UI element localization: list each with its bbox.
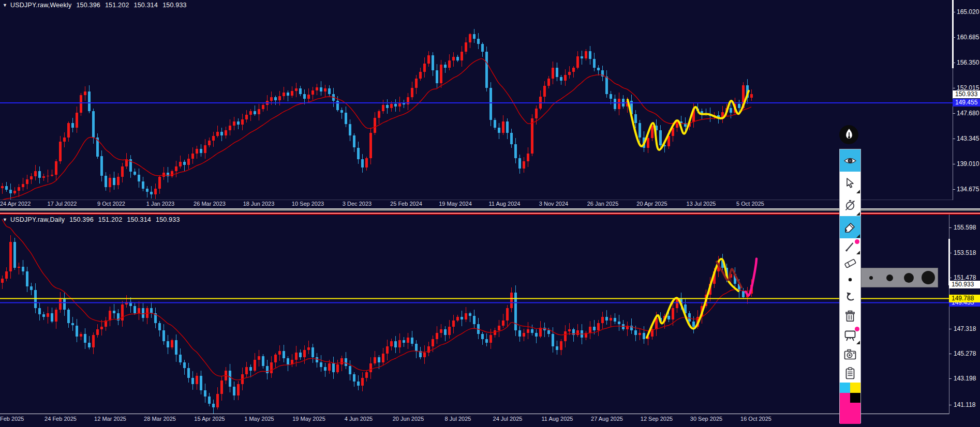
eraser-icon xyxy=(843,257,857,269)
time-axis-label: 16 Oct 2025 xyxy=(740,416,771,422)
toolbar-draw-line-button[interactable] xyxy=(840,238,860,255)
price-tick-mark xyxy=(949,329,952,329)
ohlc-open: 150.396 xyxy=(69,216,94,223)
toolbar-screenshot-button[interactable] xyxy=(840,345,860,364)
time-axis-label: 12 Sep 2025 xyxy=(641,416,673,422)
toolbar-visibility-button[interactable] xyxy=(840,149,860,172)
time-axis-label: 9 Oct 2022 xyxy=(97,201,125,207)
time-axis-label: 5 Oct 2025 xyxy=(736,201,764,207)
toolbar-undo-button[interactable] xyxy=(840,288,860,307)
thickness-option-2[interactable] xyxy=(880,274,899,281)
active-color-swatch[interactable] xyxy=(840,403,860,424)
time-axis-label: 4 Jun 2025 xyxy=(345,416,373,422)
daily-candlestick-plot[interactable] xyxy=(0,215,949,414)
toolbar-delete-button[interactable] xyxy=(840,307,860,326)
weekly-time-axis[interactable]: 24 Apr 202217 Jul 20229 Oct 20221 Jan 20… xyxy=(0,200,953,208)
price-tick-mark xyxy=(953,139,955,139)
collapse-triangle-icon[interactable]: ▼ xyxy=(3,3,7,8)
time-axis-label: 20 Apr 2025 xyxy=(636,201,667,207)
color-swatch-black[interactable] xyxy=(850,393,860,403)
ohlc-open: 150.396 xyxy=(76,2,100,9)
pencil-tag-icon xyxy=(844,221,856,234)
toolbar-board-button[interactable] xyxy=(840,326,860,345)
undo-arrow-icon xyxy=(844,292,856,303)
daily-price-axis[interactable]: 155.598153.518151.478147.318145.278143.1… xyxy=(949,215,980,423)
price-tick-mark xyxy=(949,405,952,405)
time-axis-label: 26 Jan 2025 xyxy=(587,201,619,207)
color-swatch-yellow[interactable] xyxy=(850,383,860,393)
submenu-wedge-icon xyxy=(856,234,860,238)
eye-icon xyxy=(843,156,857,166)
dot-icon xyxy=(847,277,853,283)
time-axis-label: 17 Jul 2022 xyxy=(48,201,77,207)
weekly-price-axis[interactable]: 165.020160.685156.350152.015147.680143.3… xyxy=(953,0,980,209)
ohlc-low: 150.314 xyxy=(127,216,151,223)
ohlc-high: 151.202 xyxy=(98,216,123,223)
crossed-stopwatch-icon xyxy=(844,199,856,211)
color-swatch-magenta[interactable] xyxy=(840,393,850,403)
trading-terminal: ▼USDJPY.raw,Weekly150.396151.202150.3141… xyxy=(0,0,980,427)
price-axis-label: 143.345 xyxy=(957,135,979,142)
time-axis-label: 19 May 2025 xyxy=(292,416,325,422)
whiteboard-icon xyxy=(843,329,857,342)
toolbar-annotate-button[interactable] xyxy=(840,216,860,238)
toolbar-disable-timer-button[interactable] xyxy=(840,194,860,216)
price-tick-mark xyxy=(949,378,952,379)
time-axis-label: 30 Sep 2025 xyxy=(690,416,722,422)
weekly-candlestick-plot[interactable] xyxy=(0,0,953,200)
price-marker-current: 150.933 xyxy=(949,281,980,288)
price-axis-label: 156.350 xyxy=(957,59,979,66)
price-axis-label: 160.685 xyxy=(957,34,979,41)
toolbar-eraser-button[interactable] xyxy=(840,255,860,271)
cursor-arrow-icon xyxy=(844,177,856,189)
line-thickness-panel[interactable] xyxy=(861,268,938,287)
time-axis-label: 28 Mar 2025 xyxy=(144,416,176,422)
time-axis-label: 15 Apr 2025 xyxy=(194,416,225,422)
price-marker-current: 150.933 xyxy=(953,90,980,98)
price-axis-label: 147.318 xyxy=(954,325,976,332)
toolbar-clipboard-button[interactable] xyxy=(840,364,860,383)
clipboard-icon xyxy=(844,367,856,379)
axis-scroll-thumb[interactable] xyxy=(952,0,954,68)
price-tick-mark xyxy=(953,12,955,12)
thickness-option-1[interactable] xyxy=(862,276,880,280)
thickness-option-3[interactable] xyxy=(899,273,918,283)
pen-line-icon xyxy=(844,241,856,252)
time-axis-label: 3 Nov 2024 xyxy=(539,201,568,207)
pen-annotation-button[interactable] xyxy=(839,125,858,144)
daily-time-axis[interactable]: Feb 202524 Feb 202512 Mar 202528 Mar 202… xyxy=(0,415,949,423)
price-marker-level: 149.455 xyxy=(953,99,980,106)
price-axis-label: 141.118 xyxy=(954,401,976,408)
toolbar-thickness-button[interactable] xyxy=(840,271,860,288)
separator-highlight-line xyxy=(0,213,980,213)
time-axis-label: 19 May 2024 xyxy=(439,201,472,207)
price-axis-label: 153.518 xyxy=(954,249,976,256)
trash-icon xyxy=(844,310,856,323)
toolbar-cursor-button[interactable] xyxy=(840,172,860,194)
time-axis-label: 25 Feb 2024 xyxy=(390,201,422,207)
ohlc-high: 151.202 xyxy=(105,2,129,9)
splitter-grab-bar[interactable] xyxy=(0,208,980,211)
chart-title-daily: ▼USDJPY.raw,Daily150.396151.202150.31415… xyxy=(3,216,180,223)
time-axis-label: 13 Jul 2025 xyxy=(687,201,716,207)
time-axis-label: 12 Mar 2025 xyxy=(94,416,126,422)
axis-scroll-thumb[interactable] xyxy=(948,239,950,285)
price-tick-mark xyxy=(953,164,955,164)
time-axis-label: 24 Apr 2022 xyxy=(0,201,31,207)
price-axis-label: 143.198 xyxy=(954,375,976,382)
color-swatch-cyan[interactable] xyxy=(840,383,850,393)
price-tick-mark xyxy=(953,113,955,114)
time-axis-label: 8 Jul 2025 xyxy=(445,416,471,422)
collapse-triangle-icon[interactable]: ▼ xyxy=(3,217,7,222)
time-axis-label: 24 Jul 2025 xyxy=(493,416,523,422)
toolbar-color-palette xyxy=(840,383,860,403)
symbol-timeframe: USDJPY.raw,Weekly xyxy=(10,2,71,9)
chart-window-weekly: ▼USDJPY.raw,Weekly150.396151.202150.3141… xyxy=(0,0,980,208)
time-axis-label: Feb 2025 xyxy=(0,416,24,422)
thickness-option-4[interactable] xyxy=(918,271,938,284)
thickness-dot-icon xyxy=(886,274,893,281)
price-tick-mark xyxy=(953,189,955,190)
window-splitter[interactable] xyxy=(0,208,980,215)
ohlc-low: 150.314 xyxy=(134,2,158,9)
drawing-toolbar xyxy=(839,149,861,423)
